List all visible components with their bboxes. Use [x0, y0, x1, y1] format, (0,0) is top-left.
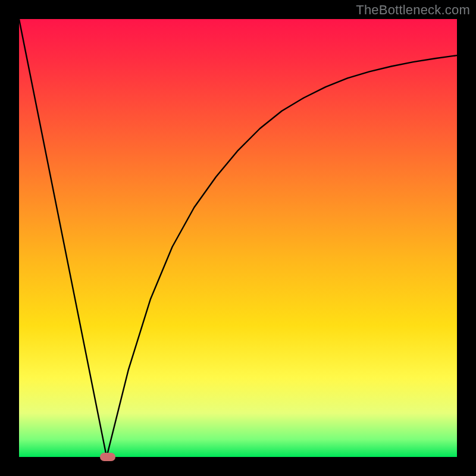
curve-svg — [19, 19, 457, 457]
chart-frame: TheBottleneck.com — [0, 0, 476, 476]
bottleneck-curve — [19, 19, 457, 457]
plot-area — [19, 19, 457, 457]
optimal-region-marker — [100, 453, 115, 461]
watermark-text: TheBottleneck.com — [356, 2, 470, 18]
